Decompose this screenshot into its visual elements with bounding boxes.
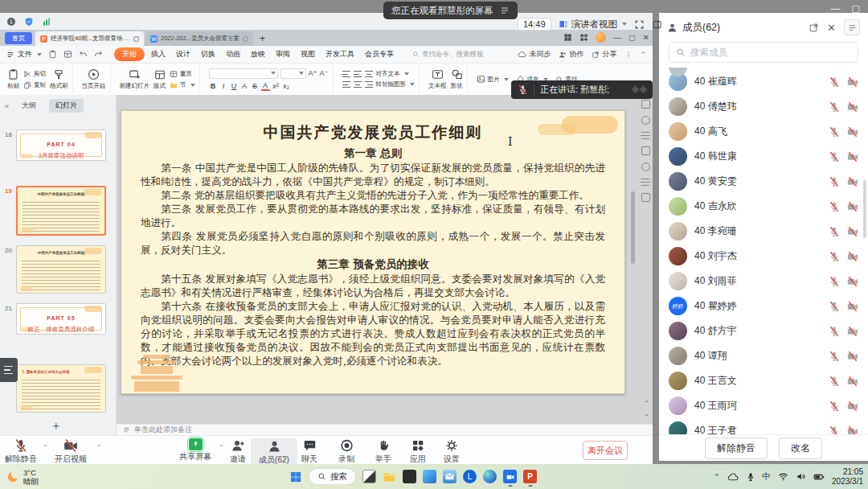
muted-mic-icon[interactable] bbox=[829, 151, 840, 162]
camera-off-icon[interactable] bbox=[847, 151, 858, 162]
taskbar-search[interactable]: 搜索 bbox=[309, 468, 356, 485]
battery-icon[interactable] bbox=[813, 471, 825, 483]
align-text-button[interactable]: 对齐文本 bbox=[376, 70, 409, 78]
muted-mic-icon[interactable] bbox=[829, 376, 840, 387]
animation-icon[interactable] bbox=[641, 116, 650, 125]
thumbnail-drag-handle[interactable] bbox=[0, 358, 18, 382]
bold-button[interactable]: B bbox=[209, 82, 218, 90]
start-button-icon[interactable] bbox=[289, 471, 302, 483]
panel-menu-button[interactable] bbox=[844, 19, 860, 35]
store-icon[interactable] bbox=[423, 470, 436, 483]
notes-bar[interactable]: 单击此处添加备注 bbox=[117, 424, 653, 435]
member-row[interactable]: 40 李宛珊 bbox=[659, 219, 868, 244]
cut-button[interactable]: 剪切 bbox=[23, 70, 46, 78]
info-icon[interactable] bbox=[6, 17, 16, 27]
camera-off-icon[interactable] bbox=[847, 326, 858, 337]
indent-decrease-button[interactable] bbox=[365, 71, 373, 77]
member-row[interactable]: 40 傅楚玮 bbox=[659, 94, 868, 119]
banner-menu-icon[interactable] bbox=[500, 6, 510, 15]
muted-mic-icon[interactable] bbox=[829, 176, 840, 187]
numbering-button[interactable] bbox=[354, 71, 362, 77]
camera-off-icon[interactable] bbox=[847, 201, 858, 212]
camera-off-icon[interactable] bbox=[847, 226, 858, 237]
shield-icon[interactable] bbox=[24, 17, 34, 27]
wps-account-avatar[interactable] bbox=[596, 32, 606, 43]
member-row[interactable]: 40 谭翔 bbox=[659, 343, 868, 368]
redo-icon[interactable] bbox=[94, 50, 103, 59]
camera-off-icon[interactable] bbox=[847, 425, 858, 435]
start-video-button[interactable]: 开启视频 bbox=[47, 438, 94, 465]
slide-body[interactable]: 第一章 总则第一条 中国共产党是中国工人阶级的先锋队。为了切实保证新发展的党员质… bbox=[141, 146, 605, 368]
textbox-button[interactable]: 文本框 bbox=[428, 68, 447, 90]
meeting-maximize-icon[interactable]: ▢ bbox=[852, 3, 860, 14]
muted-mic-icon[interactable] bbox=[829, 326, 840, 337]
stats-icon[interactable] bbox=[42, 17, 51, 27]
camera-off-icon[interactable] bbox=[847, 251, 858, 262]
member-row[interactable]: 40 黄安雯 bbox=[659, 169, 868, 194]
muted-mic-icon[interactable] bbox=[829, 401, 840, 412]
strikethrough-button[interactable]: S bbox=[251, 82, 260, 90]
muted-mic-icon[interactable] bbox=[829, 251, 840, 262]
slide-paragraph[interactable]: 第一章 总则 bbox=[141, 146, 605, 161]
font-color-button[interactable]: A bbox=[261, 81, 270, 91]
slide-paragraph[interactable]: 第四条 发展党员必须坚持入党自愿的原则和个别吸收的原则，成熟一个，发展一个。禁止… bbox=[141, 229, 605, 257]
slide-thumbnail-card[interactable]: 中国共产党发展党员工作细则 bbox=[16, 245, 106, 294]
italic-button[interactable]: I bbox=[219, 82, 228, 90]
weather-widget[interactable]: 3°C 晴朗 bbox=[0, 468, 39, 486]
camera-off-icon[interactable] bbox=[847, 401, 858, 412]
superscript-button[interactable]: x² bbox=[272, 82, 280, 90]
wps-minimize-icon[interactable]: — bbox=[613, 33, 621, 42]
notes-icon[interactable] bbox=[641, 179, 650, 186]
sidebar-toggle-icon[interactable] bbox=[652, 19, 662, 30]
view-mode-dropdown[interactable]: 演讲者视图 bbox=[559, 18, 628, 31]
sync-status[interactable]: 未同步 bbox=[518, 49, 551, 60]
next-slide-icon[interactable]: ⌄ bbox=[644, 410, 649, 417]
member-row[interactable]: 40 王子君 bbox=[659, 418, 868, 434]
paste-button[interactable]: 粘贴 bbox=[7, 68, 19, 90]
workspace-icon[interactable] bbox=[563, 33, 572, 42]
member-row[interactable]: 40 高飞 bbox=[659, 119, 868, 144]
tray-mic-icon[interactable] bbox=[746, 472, 755, 482]
slide-thumbnail-card[interactable]: PART 04 3月督查活动说明 bbox=[16, 129, 106, 161]
font-size-select[interactable] bbox=[280, 68, 306, 79]
new-slide-button[interactable]: 新建幻灯片 bbox=[120, 68, 150, 90]
slide-thumbnail-card[interactable]: 中国共产党发展党员工作细则 bbox=[16, 186, 106, 236]
member-row[interactable]: 40 舒方宇 bbox=[659, 318, 868, 343]
camera-off-icon[interactable] bbox=[847, 126, 858, 138]
share-screen-button[interactable]: 共享屏幕 bbox=[172, 438, 219, 462]
member-row[interactable]: 婷婷 40 瞿婷婷 bbox=[659, 294, 868, 318]
design-icon[interactable] bbox=[641, 146, 650, 155]
properties-icon[interactable] bbox=[641, 100, 650, 109]
member-row[interactable]: 40 韩世康 bbox=[659, 144, 868, 169]
slide-thumbnail[interactable]: 20 中国共产党发展党员工作细则 bbox=[0, 245, 116, 294]
copy-button[interactable]: 复制 bbox=[23, 81, 46, 89]
section-button[interactable]: 节 bbox=[170, 81, 195, 89]
shapes-button[interactable]: 形状 bbox=[451, 68, 463, 90]
meeting-app-icon[interactable] bbox=[503, 470, 517, 483]
align-center-button[interactable] bbox=[354, 81, 362, 88]
increase-font-button[interactable]: A⁺ bbox=[309, 69, 317, 77]
member-list-scrollbar[interactable] bbox=[863, 180, 866, 238]
slide-thumbnail[interactable]: 21 PART 05 转正、接收党员流程介绍 bbox=[0, 303, 116, 335]
slide-thumbnail-card[interactable]: 1. 预备党员转正支部大会流程 bbox=[16, 364, 106, 413]
add-slide-button[interactable]: ＋ bbox=[50, 418, 62, 434]
more-menu-icon[interactable]: ⋮ bbox=[624, 51, 632, 59]
camera-off-icon[interactable] bbox=[847, 101, 858, 113]
wps-home-button[interactable]: 首页 bbox=[5, 32, 32, 44]
settings-button[interactable]: 设置 bbox=[428, 438, 475, 465]
layout-button[interactable]: 版式 bbox=[154, 69, 166, 90]
document-tab[interactable]: P 经济学院40期...支部督查培训会 bbox=[35, 31, 144, 46]
slide-thumbnail[interactable]: 19 中国共产党发展党员工作细则 bbox=[0, 186, 116, 236]
muted-mic-icon[interactable] bbox=[829, 226, 840, 237]
video-options-chevron[interactable]: ⌃ bbox=[96, 444, 102, 451]
member-search-input[interactable] bbox=[690, 47, 835, 57]
save-icon[interactable] bbox=[48, 50, 57, 59]
meeting-minimize-icon[interactable]: — bbox=[831, 3, 841, 14]
align-left-button[interactable] bbox=[342, 81, 350, 88]
member-search-box[interactable] bbox=[669, 42, 858, 63]
slide-paragraph[interactable]: 第一条 中国共产党是中国工人阶级的先锋队。为了切实保证新发展的党员质量，保持党组… bbox=[141, 161, 605, 188]
font-name-select[interactable] bbox=[209, 68, 278, 79]
tab-slides[interactable]: 幻灯片 bbox=[49, 99, 84, 113]
fullscreen-icon[interactable] bbox=[634, 19, 645, 30]
leave-meeting-button[interactable]: 离开会议 bbox=[583, 441, 628, 460]
